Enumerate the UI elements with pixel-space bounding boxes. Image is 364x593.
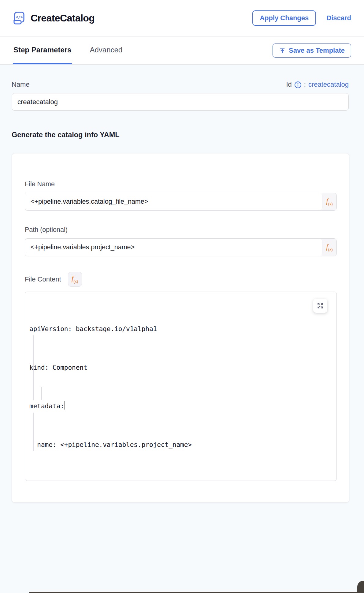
code-line: name: <+pipeline.variables.project_name>	[29, 438, 332, 451]
name-label: Name	[12, 81, 30, 89]
code-line: description: <+pipeline.variables.projec…	[29, 477, 332, 481]
step-form-card: File Name f(x) Path (optional) f(x)	[12, 153, 349, 503]
info-circle-icon[interactable]	[294, 81, 302, 89]
step-config-panel: </> CreateCatalog Apply Changes Discard …	[0, 0, 364, 593]
expression-fx-icon: f(x)	[72, 275, 78, 284]
section-heading: Generate the catalog info YAML	[12, 131, 349, 139]
code-line: metadata:	[29, 400, 332, 413]
step-id-group: Id : createcatalog	[286, 81, 349, 89]
text-cursor	[65, 401, 65, 410]
expand-editor-button[interactable]	[313, 299, 327, 313]
name-row: Name Id : createcatalog	[12, 81, 349, 89]
save-as-template-button[interactable]: Save as Template	[273, 43, 351, 58]
path-label: Path (optional)	[25, 226, 68, 233]
expression-fx-icon: f(x)	[326, 243, 333, 252]
file-name-label: File Name	[25, 180, 55, 188]
step-id-value: createcatalog	[308, 81, 349, 89]
expression-fx-icon: f(x)	[326, 197, 333, 206]
tab-step-parameters[interactable]: Step Parameters	[13, 36, 72, 64]
code-line: kind: Component	[29, 361, 332, 374]
file-name-fx-button[interactable]: f(x)	[322, 193, 336, 210]
yaml-code: apiVersion: backstage.io/v1alpha1 kind: …	[25, 292, 336, 481]
indent-guide	[33, 413, 34, 451]
header-actions: Apply Changes Discard	[252, 10, 351, 26]
save-as-template-label: Save as Template	[289, 47, 345, 55]
name-input[interactable]	[12, 93, 349, 111]
tab-bar: Step Parameters Advanced Save as Templat…	[0, 36, 364, 65]
path-fx-button[interactable]: f(x)	[322, 239, 336, 256]
page-title: CreateCatalog	[31, 13, 95, 24]
apply-changes-button[interactable]: Apply Changes	[252, 10, 316, 26]
discard-button[interactable]: Discard	[326, 14, 351, 22]
path-field: Path (optional) f(x)	[25, 226, 336, 256]
indent-guide	[41, 387, 42, 400]
bottom-panel-edge	[29, 592, 364, 593]
file-content-label-row: File Content f(x)	[25, 272, 336, 287]
upload-to-bar-icon	[279, 47, 286, 54]
path-input-group: f(x)	[25, 238, 337, 256]
step-parameters-panel: Name Id : createcatalog Generate the cat…	[0, 65, 364, 503]
file-content-label: File Content	[25, 275, 61, 283]
indent-guide	[33, 335, 34, 400]
svg-text:</>: </>	[16, 15, 23, 19]
file-name-input-group: f(x)	[25, 193, 337, 211]
header: </> CreateCatalog Apply Changes Discard	[0, 0, 364, 36]
id-separator: :	[304, 81, 306, 89]
expand-fullscreen-icon	[317, 302, 324, 309]
tab-advanced[interactable]: Advanced	[89, 36, 123, 64]
bottom-panel-corner	[357, 581, 364, 593]
path-input[interactable]	[25, 239, 322, 256]
script-code-icon: </>	[13, 11, 25, 25]
code-line: apiVersion: backstage.io/v1alpha1	[29, 323, 332, 335]
file-name-input[interactable]	[25, 193, 322, 210]
file-content-editor[interactable]: apiVersion: backstage.io/v1alpha1 kind: …	[25, 292, 337, 481]
file-content-fx-button[interactable]: f(x)	[68, 272, 82, 287]
file-name-field: File Name f(x)	[25, 180, 336, 211]
id-label: Id	[286, 81, 292, 89]
